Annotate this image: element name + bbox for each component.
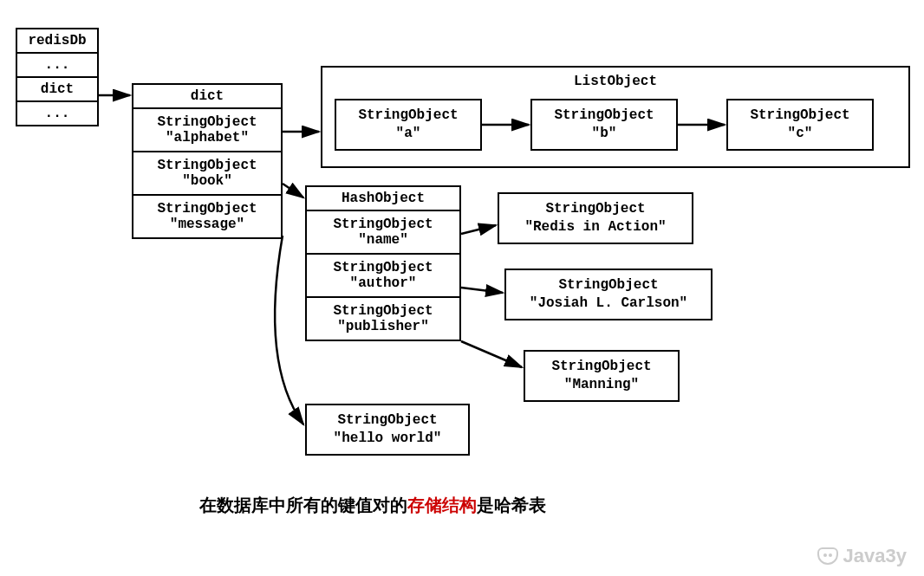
hash-key-0: StringObject "name": [307, 211, 459, 255]
list-item-2-type: StringObject: [750, 107, 849, 125]
dict-key-1: StringObject "book": [133, 152, 281, 196]
watermark: Java3y: [817, 545, 907, 567]
hash-key-0-type: StringObject: [310, 217, 456, 232]
dict-stack: dict StringObject "alphabet" StringObjec…: [132, 83, 283, 239]
list-item-1-value: "b": [592, 125, 617, 143]
list-item-0-type: StringObject: [358, 107, 458, 125]
dict-key-2: StringObject "message": [133, 196, 281, 237]
svg-line-5: [461, 225, 496, 234]
caption: 在数据库中所有的键值对的存储结构是哈希表: [199, 494, 546, 517]
dict-key-2-value: "message": [137, 217, 277, 232]
hash-key-1-value: "author": [310, 275, 456, 291]
listobject-title: ListObject: [574, 73, 657, 91]
message-value-value: "hello world": [334, 430, 442, 448]
hash-key-0-value: "name": [310, 232, 456, 248]
list-item-0: StringObject "a": [335, 99, 482, 151]
redisdb-title: redisDb: [17, 29, 97, 54]
hash-key-1: StringObject "author": [307, 255, 459, 298]
message-value: StringObject "hello world": [305, 404, 470, 456]
watermark-icon: [817, 547, 838, 565]
dict-key-0-type: StringObject: [137, 114, 277, 130]
list-item-2-value: "c": [788, 125, 813, 143]
hash-key-1-type: StringObject: [310, 260, 456, 275]
hash-val-0: StringObject "Redis in Action": [498, 192, 693, 244]
dict-key-0: StringObject "alphabet": [133, 109, 281, 152]
hashobject-stack: HashObject StringObject "name" StringObj…: [305, 185, 461, 341]
dict-key-1-type: StringObject: [137, 158, 277, 173]
dict-title: dict: [133, 85, 281, 109]
svg-line-6: [461, 288, 503, 293]
watermark-text: Java3y: [843, 545, 907, 567]
redisdb-stack: redisDb ... dict ...: [16, 28, 99, 126]
svg-line-7: [461, 341, 522, 367]
list-item-0-value: "a": [396, 125, 421, 143]
hashobject-title: HashObject: [307, 187, 459, 211]
message-value-type: StringObject: [337, 411, 437, 430]
hash-val-0-type: StringObject: [545, 200, 645, 218]
hash-key-2-value: "publisher": [310, 319, 456, 334]
hash-val-1-type: StringObject: [558, 276, 658, 294]
dict-key-0-value: "alphabet": [137, 130, 277, 146]
hash-val-1-value: "Josiah L. Carlson": [530, 294, 687, 313]
list-item-1-type: StringObject: [554, 107, 654, 125]
caption-highlight: 存储结构: [407, 495, 477, 515]
hash-val-2-value: "Manning": [564, 376, 639, 394]
caption-post: 是哈希表: [477, 495, 546, 515]
hash-val-2: StringObject "Manning": [524, 350, 680, 402]
caption-pre: 在数据库中所有的键值对的: [199, 495, 407, 515]
dict-key-2-type: StringObject: [137, 201, 277, 217]
hash-val-1: StringObject "Josiah L. Carlson": [504, 269, 713, 320]
hash-val-2-type: StringObject: [551, 358, 651, 376]
redisdb-row-2: ...: [17, 102, 97, 125]
hash-val-0-value: "Redis in Action": [524, 218, 666, 236]
hash-key-2: StringObject "publisher": [307, 298, 459, 340]
redisdb-row-1: dict: [17, 78, 97, 102]
svg-line-4: [283, 184, 303, 197]
list-item-2: StringObject "c": [726, 99, 874, 151]
dict-key-1-value: "book": [137, 173, 277, 189]
hash-key-2-type: StringObject: [310, 303, 456, 319]
redisdb-row-0: ...: [17, 54, 97, 78]
list-item-1: StringObject "b": [530, 99, 678, 151]
